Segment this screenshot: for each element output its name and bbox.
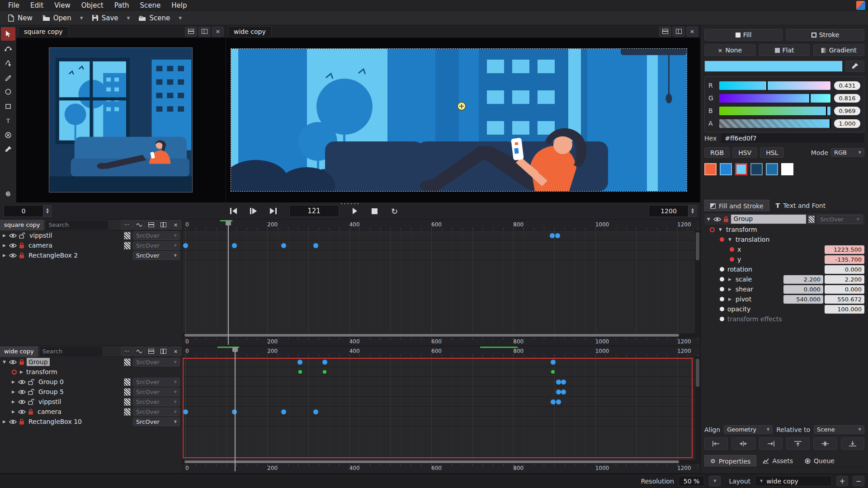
fill-tab-button[interactable]: Fill xyxy=(704,29,783,41)
open-button[interactable]: Open xyxy=(38,13,75,23)
palette-swatch-dark-navy[interactable] xyxy=(750,163,763,175)
value-field[interactable]: -135.700 xyxy=(825,255,864,264)
tab-assets[interactable]: Assets xyxy=(757,455,798,467)
select-tool[interactable] xyxy=(1,27,15,41)
scrollbar-thumb[interactable] xyxy=(696,359,699,387)
tab-fill-and-stroke[interactable]: Fill and Stroke xyxy=(704,200,769,211)
keyframe-toggle-dot[interactable] xyxy=(12,370,17,375)
slider-value-b[interactable]: 0.969 xyxy=(834,107,860,115)
pattern-icon[interactable] xyxy=(124,232,131,239)
layer-name[interactable]: vippstil xyxy=(28,231,54,239)
expander-icon[interactable]: ▶ xyxy=(2,243,7,248)
composite-dropdown[interactable]: SrcOver▼ xyxy=(133,251,180,260)
composite-dropdown[interactable]: SrcOver▼ xyxy=(133,418,180,426)
horizontal-scrollbar[interactable] xyxy=(183,333,700,337)
value-field[interactable]: 540.000 xyxy=(783,295,823,304)
wide-artboard[interactable] xyxy=(231,49,687,191)
playhead-handle[interactable] xyxy=(226,221,231,225)
value-field[interactable]: 0.000 xyxy=(825,265,864,274)
keyframe-toggle-dot[interactable] xyxy=(720,287,724,291)
pattern-icon[interactable] xyxy=(124,388,131,396)
layer-name[interactable]: RectangleBox 10 xyxy=(27,418,84,426)
palette-swatch-light-blue[interactable] xyxy=(735,163,747,175)
slider-track-b[interactable] xyxy=(719,107,830,115)
layer-row-group[interactable]: ▼GroupSrcOver▼ xyxy=(0,357,182,367)
expander-icon[interactable]: ▼ xyxy=(706,217,711,221)
expander-icon[interactable]: ▼ xyxy=(718,227,723,232)
vertical-scrollbar[interactable] xyxy=(695,357,700,460)
align-center-vertical-button[interactable] xyxy=(813,437,837,450)
layer-row-camera[interactable]: ▶cameraSrcOver▼ xyxy=(0,407,182,417)
expander-icon[interactable]: ▼ xyxy=(2,360,7,364)
menu-scene[interactable]: Scene xyxy=(135,0,166,10)
style-none-button[interactable]: ×None xyxy=(704,44,755,56)
composite-dropdown[interactable]: SrcOver▼ xyxy=(133,241,180,250)
scene-button[interactable]: Scene xyxy=(134,13,174,23)
scrollbar-thumb[interactable] xyxy=(696,232,699,260)
menu-file[interactable]: File xyxy=(3,0,25,10)
layer-row-rectanglebox-10[interactable]: ▶RectangleBox 10SrcOver▼ xyxy=(0,417,182,427)
keyframe-grid[interactable] xyxy=(183,230,700,333)
expander-icon[interactable]: ▶ xyxy=(11,399,16,404)
keyframe-dot[interactable] xyxy=(550,233,555,238)
align-mode-dropdown[interactable]: Geometry▼ xyxy=(724,425,773,434)
draw-shape-tool[interactable] xyxy=(1,56,15,70)
layer-name[interactable]: Group xyxy=(27,358,50,366)
value-field[interactable]: 550.672 xyxy=(825,295,864,304)
pattern-icon[interactable] xyxy=(124,358,131,366)
keyframe-dot[interactable] xyxy=(281,243,286,248)
value-field[interactable]: 2.200 xyxy=(783,275,823,284)
close-button[interactable]: × xyxy=(170,347,181,356)
slider-value-r[interactable]: 0.431 xyxy=(834,81,860,90)
play-button[interactable] xyxy=(347,205,363,217)
color-picker-tool[interactable] xyxy=(1,143,15,156)
composite-dropdown[interactable]: SrcOver▼ xyxy=(817,215,863,224)
menu-object[interactable]: Object xyxy=(76,0,109,10)
menu-edit[interactable]: Edit xyxy=(25,0,49,10)
layout-dropdown[interactable]: ▼ wide copy xyxy=(755,476,832,486)
expander-icon[interactable]: ▶ xyxy=(2,419,7,424)
playhead[interactable] xyxy=(228,221,229,345)
wave-button[interactable] xyxy=(133,347,145,356)
expander-icon[interactable]: ▶ xyxy=(727,297,732,301)
new-button[interactable]: New xyxy=(4,13,37,23)
spiral-tool[interactable] xyxy=(1,187,15,201)
dock-tab-square-copy[interactable]: square copy xyxy=(0,220,44,230)
tab-properties[interactable]: ⚙Properties xyxy=(704,455,756,467)
layer-row-group-5[interactable]: ▶Group 5SrcOver▼ xyxy=(0,387,182,397)
menu-path[interactable]: Path xyxy=(109,0,135,10)
current-color-swatch[interactable] xyxy=(704,61,843,72)
hex-input[interactable]: #ff6ed0f7 xyxy=(721,133,864,143)
text-tool[interactable]: T xyxy=(1,114,15,127)
keyframe-dot[interactable] xyxy=(313,243,318,248)
eyedropper-button[interactable] xyxy=(845,61,864,72)
stroke-tab-button[interactable]: Stroke xyxy=(786,29,864,41)
expander-icon[interactable]: ▶ xyxy=(727,287,732,291)
scrollbar-thumb[interactable] xyxy=(184,334,679,337)
split-v-button[interactable] xyxy=(158,220,169,230)
menu-dots-button[interactable]: ··· xyxy=(121,220,132,230)
align-right-button[interactable] xyxy=(759,437,783,450)
pattern-icon[interactable] xyxy=(124,242,131,249)
vertical-scrollbar[interactable] xyxy=(695,230,700,333)
composite-dropdown[interactable]: SrcOver▼ xyxy=(133,408,180,416)
keyframe-toggle-dot[interactable] xyxy=(720,267,724,272)
split-horizontal-button[interactable] xyxy=(659,27,671,37)
layer-name[interactable]: Group 0 xyxy=(37,378,66,386)
keyframe-dot[interactable] xyxy=(232,243,237,248)
layer-row-vippstil[interactable]: ▶vippstilSrcOver▼ xyxy=(0,230,182,240)
remove-layout-button[interactable]: − xyxy=(853,476,864,486)
keyframe-dot[interactable] xyxy=(183,243,188,248)
star-tool[interactable] xyxy=(1,128,15,142)
value-field[interactable]: 0.000 xyxy=(825,285,864,294)
split-vertical-button[interactable] xyxy=(673,27,684,37)
playhead[interactable] xyxy=(235,347,236,471)
expander-icon[interactable]: ▶ xyxy=(11,409,16,414)
expander-icon[interactable]: ▶ xyxy=(2,233,7,238)
timeline-ruler-bottom[interactable]: 020040060080010001200 xyxy=(183,464,700,472)
timeline-ruler-bottom[interactable]: 020040060080010001200 xyxy=(183,337,700,346)
slider-value-a[interactable]: 1.000 xyxy=(834,119,860,128)
split-v-button[interactable] xyxy=(158,347,169,356)
timeline-start-spinbox[interactable]: 0 ▲▼ xyxy=(4,205,52,217)
wide-canvas[interactable] xyxy=(226,38,700,202)
